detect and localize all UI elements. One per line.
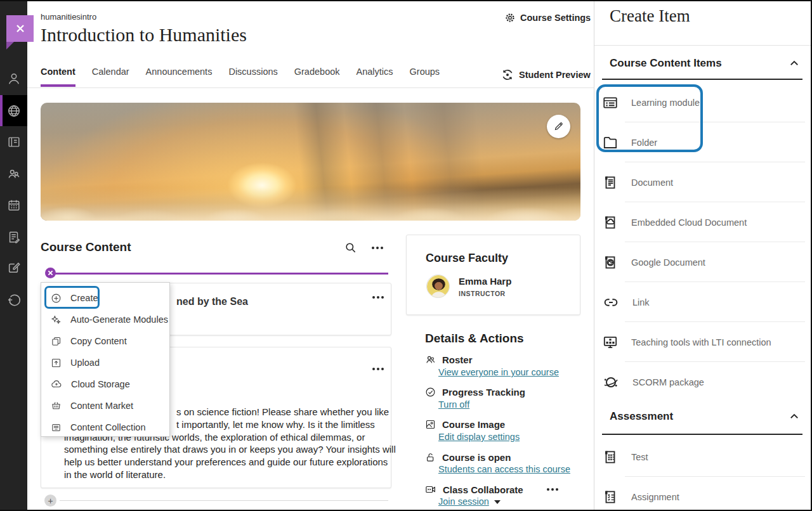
roster-link[interactable]: View everyone in your course (438, 367, 559, 377)
student-preview-button[interactable]: Student Preview (501, 68, 591, 81)
panel-item-test[interactable]: Test (594, 437, 811, 477)
menu-item-cloud-storage[interactable]: Cloud Storage (41, 373, 169, 395)
chevron-up-icon (789, 58, 800, 69)
avatar[interactable] (426, 275, 450, 298)
join-session-link[interactable]: Join session (438, 496, 501, 507)
test-icon (602, 449, 619, 465)
panel-divider (594, 45, 811, 46)
cancel-insert-icon[interactable] (45, 268, 56, 278)
link-icon (602, 294, 620, 311)
menu-item-auto-generate-modules[interactable]: Auto-Generate Modules (41, 309, 169, 330)
check-circle-icon (425, 387, 436, 398)
gear-icon (504, 12, 516, 23)
panel-item-document[interactable]: Document (594, 162, 811, 202)
create-item-title: Create Item (610, 6, 690, 26)
tab-analytics[interactable]: Analytics (357, 67, 393, 87)
document-icon (602, 174, 619, 191)
tab-content[interactable]: Content (41, 67, 75, 87)
organizations-icon[interactable] (0, 159, 27, 188)
course-image-link[interactable]: Edit display settings (438, 432, 520, 442)
panel-item-embedded-cloud-document[interactable]: Embedded Cloud Document (594, 202, 811, 242)
course-content-heading: Course Content (41, 240, 131, 254)
collaborate-more-icon[interactable] (540, 487, 556, 492)
panel-item-scorm-package[interactable]: SCORM package (594, 362, 811, 402)
paragraph-line: s on science fiction! Please share wheth… (176, 406, 389, 417)
app-sidebar (0, 1, 27, 511)
calendar-icon[interactable] (0, 191, 27, 220)
course-faculty-card: Course Faculty Emma Harp INSTRUCTOR (406, 235, 580, 315)
upload-icon (51, 358, 62, 368)
paragraph-line: t importantly, let me know why. Is it th… (176, 419, 375, 430)
course-image-title: Course Image (425, 419, 505, 430)
chevron-down-icon (494, 500, 501, 504)
collection-icon (51, 422, 62, 433)
unlock-icon (425, 452, 436, 463)
sparkle-icon (51, 314, 62, 325)
add-content-divider (60, 500, 388, 501)
chevron-up-icon (789, 411, 800, 422)
content-item-title: ned by the Sea (176, 296, 248, 307)
panel-item-learning-module[interactable]: Learning module (594, 82, 811, 122)
menu-item-create[interactable]: Create (41, 287, 169, 309)
section-assessment[interactable]: Assessment (610, 410, 800, 423)
video-icon (425, 484, 436, 495)
institution-page-icon[interactable] (0, 127, 27, 157)
item-more-icon[interactable] (366, 366, 381, 372)
section-course-content-items[interactable]: Course Content Items (610, 57, 800, 70)
add-content-plus-icon[interactable]: + (44, 495, 56, 507)
cloud-document-icon (602, 214, 619, 231)
profile-icon[interactable] (0, 64, 27, 93)
edit-banner-button[interactable] (547, 115, 570, 138)
copy-icon (51, 336, 62, 347)
pencil-icon (553, 121, 564, 132)
sign-out-icon[interactable] (0, 285, 27, 314)
plus-circle-icon (51, 293, 62, 304)
people-icon (425, 354, 436, 365)
menu-item-content-collection[interactable]: Content Collection (41, 417, 169, 438)
insert-position-line (46, 273, 388, 275)
tab-announcements[interactable]: Announcements (146, 67, 213, 87)
progress-tracking-link[interactable]: Turn off (438, 399, 469, 410)
search-icon[interactable] (343, 240, 358, 255)
tab-gradebook[interactable]: Gradebook (294, 67, 340, 87)
assignment-icon (602, 489, 619, 505)
create-item-panel: Create Item Course Content Items Learnin… (594, 1, 811, 511)
courses-globe-icon[interactable] (0, 95, 27, 126)
course-settings-button[interactable]: Course Settings (504, 12, 591, 23)
course-faculty-heading: Course Faculty (426, 252, 508, 265)
page-title: Introduction to Humanities (41, 24, 247, 46)
tab-discussions[interactable]: Discussions (228, 67, 277, 87)
panel-item-assignment[interactable]: Assignment (594, 477, 811, 511)
class-collaborate-title: Class Collaborate (425, 484, 523, 495)
lti-monitor-icon (602, 334, 619, 351)
paragraph-line: something else entirely that draws you i… (64, 444, 396, 455)
panel-item-google-document[interactable]: Google Document (594, 242, 811, 282)
menu-item-copy-content[interactable]: Copy Content (41, 330, 169, 352)
messages-icon[interactable] (0, 253, 27, 282)
roster-title: Roster (425, 354, 473, 365)
tab-calendar[interactable]: Calendar (92, 67, 129, 87)
folder-icon (602, 134, 619, 151)
paragraph-line: in the world of literature. (64, 469, 166, 480)
close-course-button[interactable] (6, 15, 34, 42)
menu-item-upload[interactable]: Upload (41, 352, 169, 373)
course-tabbar: Content Calendar Announcements Discussio… (41, 67, 440, 87)
menu-item-content-market[interactable]: Content Market (41, 395, 169, 417)
tab-divider (27, 87, 594, 88)
progress-tracking-title: Progress Tracking (425, 387, 525, 398)
gradebook-icon[interactable] (0, 223, 27, 252)
cloud-plus-icon (51, 378, 62, 390)
scorm-planet-icon (602, 373, 620, 391)
course-content-more-icon[interactable] (365, 245, 381, 250)
course-open-link[interactable]: Students can access this course (438, 464, 570, 474)
instructor-role: INSTRUCTOR (459, 290, 506, 297)
panel-item-lti-tools[interactable]: Teaching tools with LTI connection (594, 322, 811, 362)
instructor-name: Emma Harp (459, 276, 511, 287)
tab-groups[interactable]: Groups (410, 67, 440, 87)
panel-item-folder[interactable]: Folder (594, 122, 811, 162)
add-content-menu: Create Auto-Generate Modules Copy Conten… (41, 282, 170, 437)
panel-item-link[interactable]: Link (594, 282, 811, 322)
paragraph-line: help us better understand your preferenc… (64, 456, 388, 467)
item-more-icon[interactable] (366, 295, 381, 300)
basket-icon (51, 401, 62, 411)
